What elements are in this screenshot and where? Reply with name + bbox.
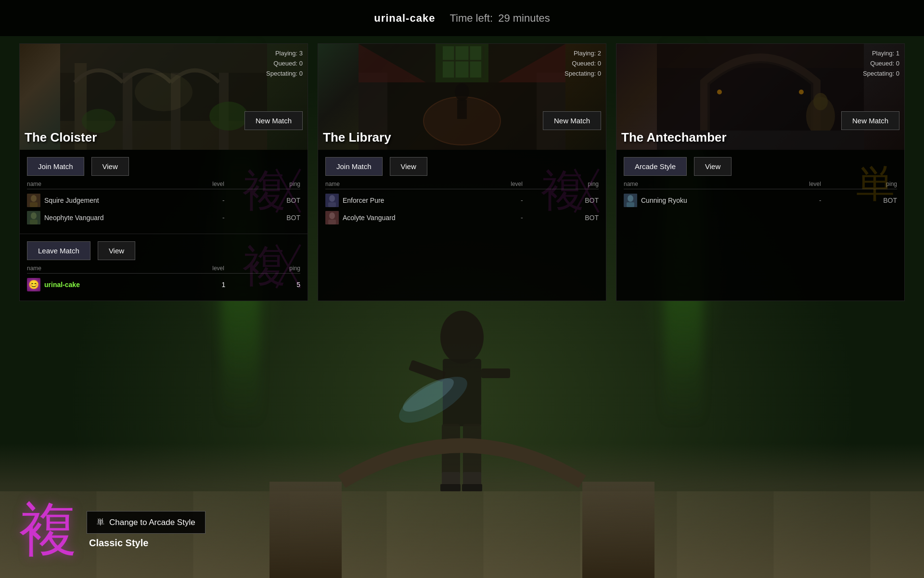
- cloister-new-match-area: New Match: [244, 111, 303, 130]
- urinal-avatar-img: 😊: [27, 278, 40, 291]
- neophyte-name: Neophyte Vanguard: [44, 214, 198, 222]
- enforcer-avatar-img: [325, 194, 339, 207]
- svg-point-45: [455, 83, 469, 101]
- neophyte-avatar-img: [27, 211, 40, 224]
- acolyte-level: -: [496, 214, 547, 222]
- table-row: Cunning Ryoku - BOT: [624, 192, 897, 209]
- svg-rect-29: [30, 202, 38, 207]
- arena-image-library: Playing: 2 Queued: 0 Spectating: 0 The L…: [318, 44, 606, 150]
- svg-point-31: [31, 212, 37, 219]
- neophyte-level: -: [198, 214, 249, 222]
- timer-value: 29 minutes: [498, 12, 550, 24]
- library-join-table: name level ping Enforcer Pure - BOT: [325, 181, 599, 226]
- header-ping: ping: [245, 181, 300, 187]
- kanji-large: 複: [19, 501, 77, 559]
- library-join-section: 複 Join Match View name level ping: [318, 150, 606, 234]
- cloister-playing: Playing: 3: [266, 49, 303, 59]
- squire-avatar-img: [27, 194, 40, 207]
- antechamber-new-match-btn[interactable]: New Match: [841, 111, 899, 130]
- arena-panel-library: Playing: 2 Queued: 0 Spectating: 0 The L…: [318, 43, 606, 301]
- cloister-join-view-btn[interactable]: View: [91, 157, 129, 176]
- header-ping-2: ping: [245, 265, 300, 272]
- svg-point-21: [135, 73, 192, 111]
- library-queued: Queued: 0: [565, 59, 601, 69]
- svg-rect-0: [270, 482, 342, 578]
- arena-image-antechamber: Playing: 1 Queued: 0 Spectating: 0 The A…: [616, 44, 904, 150]
- cloister-join-header: name level ping: [27, 181, 300, 189]
- cunning-level: -: [795, 197, 846, 204]
- urinal-ping: 5: [249, 281, 300, 289]
- change-style-btn[interactable]: 単 Change to Arcade Style: [87, 511, 205, 534]
- cloister-leave-header: name level ping: [27, 265, 300, 274]
- header-ping-lib: ping: [544, 181, 599, 187]
- cunning-avatar-img: [624, 194, 637, 207]
- cloister-leave-table: name level ping 😊 urinal-cake 1 5: [27, 265, 300, 293]
- antechamber-join-buttons: Arcade Style View: [624, 157, 897, 176]
- svg-point-28: [31, 195, 37, 202]
- library-new-match-area: New Match: [543, 111, 601, 130]
- acolyte-avatar-img: [325, 211, 339, 224]
- svg-rect-18: [123, 73, 132, 150]
- library-playing: Playing: 2: [565, 49, 601, 59]
- table-row: 😊 urinal-cake 1 5: [27, 276, 300, 293]
- library-stats: Playing: 2 Queued: 0 Spectating: 0: [565, 49, 601, 79]
- table-row: Enforcer Pure - BOT: [325, 192, 599, 209]
- classic-style-label: Classic Style: [87, 538, 205, 549]
- bottom-bar: 複 単 Change to Arcade Style Classic Style: [19, 501, 205, 559]
- cloister-leave-btn[interactable]: Leave Match: [27, 241, 90, 260]
- library-join-btn[interactable]: Join Match: [325, 157, 383, 176]
- cloister-leave-section: 複 Leave Match View name level ping 😊: [20, 234, 308, 301]
- svg-rect-6: [409, 360, 446, 382]
- header-name-2: name: [27, 265, 191, 272]
- antechamber-join-section: 単 Arcade Style View name level ping: [616, 150, 904, 216]
- neophyte-ping: BOT: [249, 214, 300, 222]
- svg-point-22: [209, 102, 248, 131]
- svg-rect-46: [457, 100, 467, 119]
- header-level-lib: level: [489, 181, 544, 187]
- svg-point-56: [329, 212, 335, 219]
- antechamber-view-btn[interactable]: View: [694, 157, 732, 176]
- cloister-join-table: name level ping Squire Judgement - BOT: [27, 181, 300, 226]
- antechamber-stats: Playing: 1 Queued: 0 Spectating: 0: [863, 49, 899, 79]
- urinal-name: urinal-cake: [44, 281, 198, 289]
- top-bar: urinal-cake Time left: 29 minutes: [0, 0, 924, 36]
- header-name-lib: name: [325, 181, 489, 187]
- header-name-ant: name: [624, 181, 788, 187]
- table-row: Neophyte Vanguard - BOT: [27, 209, 300, 226]
- urinal-level: 1: [198, 281, 249, 289]
- svg-point-23: [82, 109, 116, 133]
- antechamber-name: The Antechamber: [621, 130, 727, 145]
- table-row: Acolyte Vanguard - BOT: [325, 209, 599, 226]
- squire-avatar: [27, 194, 40, 207]
- cloister-join-section: 複 Join Match View name level ping: [20, 150, 308, 234]
- enforcer-avatar: [325, 194, 339, 207]
- cloister-queued: Queued: 0: [266, 59, 303, 69]
- neophyte-avatar: [27, 211, 40, 224]
- enforcer-ping: BOT: [548, 197, 599, 204]
- cloister-leave-view-btn[interactable]: View: [98, 241, 135, 260]
- antechamber-join-table: name level ping Cunning Ryoku - BOT: [624, 181, 897, 209]
- panels-container: Playing: 3 Queued: 0 Spectating: 0 The C…: [19, 43, 905, 301]
- antechamber-arcade-btn[interactable]: Arcade Style: [624, 157, 687, 176]
- enforcer-name: Enforcer Pure: [343, 197, 496, 204]
- library-join-view-btn[interactable]: View: [390, 157, 427, 176]
- cloister-join-btn[interactable]: Join Match: [27, 157, 84, 176]
- svg-rect-71: [627, 202, 634, 207]
- header-level-2: level: [191, 265, 246, 272]
- acolyte-avatar: [325, 211, 339, 224]
- header-name: name: [27, 181, 191, 187]
- header-level-ant: level: [788, 181, 843, 187]
- svg-rect-57: [328, 220, 336, 224]
- svg-rect-54: [328, 202, 336, 207]
- library-new-match-btn[interactable]: New Match: [543, 111, 601, 130]
- bottom-controls: 単 Change to Arcade Style Classic Style: [87, 511, 205, 549]
- svg-point-62: [717, 90, 722, 94]
- cloister-new-match-btn[interactable]: New Match: [244, 111, 303, 130]
- cunning-avatar: [624, 194, 637, 207]
- squire-name: Squire Judgement: [44, 197, 198, 204]
- svg-point-63: [799, 90, 804, 94]
- timer-display: Time left: 29 minutes: [449, 12, 550, 25]
- svg-point-61: [813, 93, 828, 110]
- antechamber-new-match-area: New Match: [841, 111, 899, 130]
- library-spectating: Spectating: 0: [565, 69, 601, 79]
